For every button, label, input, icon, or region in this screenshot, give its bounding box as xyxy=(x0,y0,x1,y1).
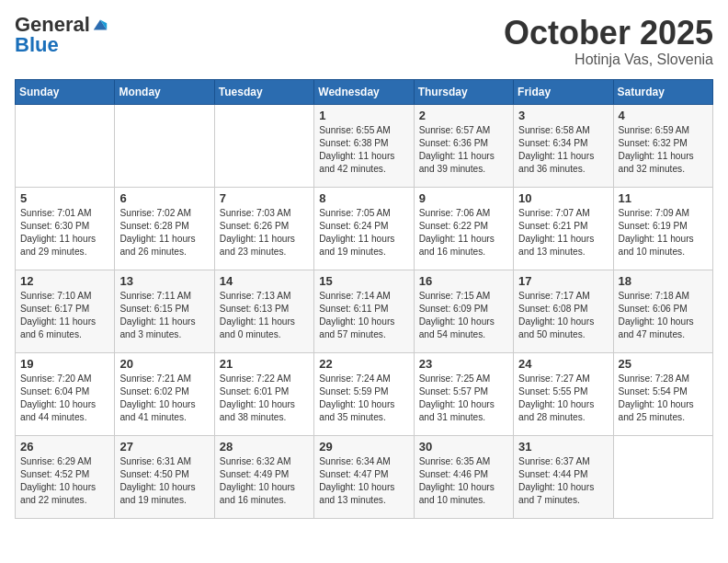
day-number: 11 xyxy=(619,191,708,205)
day-number: 10 xyxy=(518,191,608,205)
calendar-table: SundayMondayTuesdayWednesdayThursdayFrid… xyxy=(15,79,713,519)
logo: General Blue xyxy=(15,15,108,55)
day-info: Sunrise: 6:29 AM Sunset: 4:52 PM Dayligh… xyxy=(20,456,96,506)
day-number: 2 xyxy=(419,109,508,122)
day-info: Sunrise: 7:14 AM Sunset: 6:11 PM Dayligh… xyxy=(319,291,394,340)
day-info: Sunrise: 6:35 AM Sunset: 4:46 PM Dayligh… xyxy=(419,456,495,506)
weekday-header-tuesday: Tuesday xyxy=(214,79,313,104)
day-number: 30 xyxy=(419,440,508,454)
page-header: General Blue October 2025 Hotinja Vas, S… xyxy=(15,15,713,68)
calendar-cell: 4Sunrise: 6:59 AM Sunset: 6:32 PM Daylig… xyxy=(613,104,712,187)
calendar-cell: 30Sunrise: 6:35 AM Sunset: 4:46 PM Dayli… xyxy=(414,435,513,518)
day-info: Sunrise: 7:22 AM Sunset: 6:01 PM Dayligh… xyxy=(220,373,295,423)
calendar-cell: 23Sunrise: 7:25 AM Sunset: 5:57 PM Dayli… xyxy=(414,352,513,435)
calendar-cell: 1Sunrise: 6:55 AM Sunset: 6:38 PM Daylig… xyxy=(314,104,414,187)
day-info: Sunrise: 7:02 AM Sunset: 6:28 PM Dayligh… xyxy=(119,208,195,258)
day-info: Sunrise: 7:03 AM Sunset: 6:26 PM Dayligh… xyxy=(220,208,295,258)
calendar-cell xyxy=(115,104,214,187)
day-number: 9 xyxy=(419,191,508,205)
day-info: Sunrise: 7:28 AM Sunset: 5:54 PM Dayligh… xyxy=(619,373,694,423)
calendar-cell: 29Sunrise: 6:34 AM Sunset: 4:47 PM Dayli… xyxy=(314,435,414,518)
day-info: Sunrise: 7:21 AM Sunset: 6:02 PM Dayligh… xyxy=(119,373,195,423)
day-info: Sunrise: 7:15 AM Sunset: 6:09 PM Dayligh… xyxy=(419,291,495,340)
calendar-cell: 25Sunrise: 7:28 AM Sunset: 5:54 PM Dayli… xyxy=(613,352,712,435)
day-info: Sunrise: 6:57 AM Sunset: 6:36 PM Dayligh… xyxy=(419,125,495,175)
calendar-cell xyxy=(16,104,115,187)
day-info: Sunrise: 6:58 AM Sunset: 6:34 PM Dayligh… xyxy=(518,125,594,175)
day-number: 3 xyxy=(518,109,608,122)
calendar-cell: 31Sunrise: 6:37 AM Sunset: 4:44 PM Dayli… xyxy=(514,435,613,518)
day-info: Sunrise: 7:25 AM Sunset: 5:57 PM Dayligh… xyxy=(419,373,495,423)
calendar-cell: 26Sunrise: 6:29 AM Sunset: 4:52 PM Dayli… xyxy=(16,435,115,518)
day-number: 1 xyxy=(319,109,408,122)
calendar-cell: 21Sunrise: 7:22 AM Sunset: 6:01 PM Dayli… xyxy=(214,352,313,435)
calendar-cell: 7Sunrise: 7:03 AM Sunset: 6:26 PM Daylig… xyxy=(214,187,313,270)
day-info: Sunrise: 6:34 AM Sunset: 4:47 PM Dayligh… xyxy=(319,456,394,506)
calendar-cell xyxy=(613,435,712,518)
day-number: 26 xyxy=(20,440,109,454)
logo-blue-text: Blue xyxy=(15,35,59,55)
calendar-week-row: 5Sunrise: 7:01 AM Sunset: 6:30 PM Daylig… xyxy=(16,187,713,270)
weekday-header-thursday: Thursday xyxy=(414,79,513,104)
day-info: Sunrise: 6:55 AM Sunset: 6:38 PM Dayligh… xyxy=(319,125,394,175)
day-number: 22 xyxy=(319,357,408,371)
day-number: 27 xyxy=(119,440,209,454)
day-number: 23 xyxy=(419,357,508,371)
day-info: Sunrise: 7:07 AM Sunset: 6:21 PM Dayligh… xyxy=(518,208,594,258)
logo-general-text: General xyxy=(15,15,90,35)
day-number: 18 xyxy=(619,274,708,288)
weekday-header-monday: Monday xyxy=(115,79,214,104)
calendar-cell: 3Sunrise: 6:58 AM Sunset: 6:34 PM Daylig… xyxy=(514,104,613,187)
day-number: 12 xyxy=(20,274,109,288)
day-info: Sunrise: 7:20 AM Sunset: 6:04 PM Dayligh… xyxy=(20,373,96,423)
day-info: Sunrise: 7:10 AM Sunset: 6:17 PM Dayligh… xyxy=(20,291,96,340)
calendar-cell: 6Sunrise: 7:02 AM Sunset: 6:28 PM Daylig… xyxy=(115,187,214,270)
day-number: 13 xyxy=(119,274,209,288)
day-number: 4 xyxy=(619,109,708,122)
day-number: 8 xyxy=(319,191,408,205)
day-number: 25 xyxy=(619,357,708,371)
day-number: 31 xyxy=(518,440,608,454)
day-info: Sunrise: 7:24 AM Sunset: 5:59 PM Dayligh… xyxy=(319,373,394,423)
calendar-cell: 18Sunrise: 7:18 AM Sunset: 6:06 PM Dayli… xyxy=(613,270,712,352)
calendar-cell: 27Sunrise: 6:31 AM Sunset: 4:50 PM Dayli… xyxy=(115,435,214,518)
logo-icon xyxy=(92,17,108,33)
day-number: 17 xyxy=(518,274,608,288)
day-info: Sunrise: 6:31 AM Sunset: 4:50 PM Dayligh… xyxy=(119,456,195,506)
day-number: 24 xyxy=(518,357,608,371)
day-info: Sunrise: 7:05 AM Sunset: 6:24 PM Dayligh… xyxy=(319,208,394,258)
weekday-header-saturday: Saturday xyxy=(613,79,712,104)
weekday-header-sunday: Sunday xyxy=(16,79,115,104)
weekday-header-wednesday: Wednesday xyxy=(314,79,414,104)
calendar-cell: 9Sunrise: 7:06 AM Sunset: 6:22 PM Daylig… xyxy=(414,187,513,270)
day-info: Sunrise: 7:18 AM Sunset: 6:06 PM Dayligh… xyxy=(619,291,694,340)
day-info: Sunrise: 7:11 AM Sunset: 6:15 PM Dayligh… xyxy=(119,291,195,340)
day-number: 7 xyxy=(220,191,309,205)
calendar-cell: 19Sunrise: 7:20 AM Sunset: 6:04 PM Dayli… xyxy=(16,352,115,435)
calendar-cell: 22Sunrise: 7:24 AM Sunset: 5:59 PM Dayli… xyxy=(314,352,414,435)
day-number: 20 xyxy=(119,357,209,371)
calendar-week-row: 1Sunrise: 6:55 AM Sunset: 6:38 PM Daylig… xyxy=(16,104,713,187)
day-number: 14 xyxy=(220,274,309,288)
day-info: Sunrise: 7:17 AM Sunset: 6:08 PM Dayligh… xyxy=(518,291,594,340)
day-number: 28 xyxy=(220,440,309,454)
day-info: Sunrise: 7:27 AM Sunset: 5:55 PM Dayligh… xyxy=(518,373,594,423)
day-info: Sunrise: 6:32 AM Sunset: 4:49 PM Dayligh… xyxy=(220,456,295,506)
day-info: Sunrise: 6:37 AM Sunset: 4:44 PM Dayligh… xyxy=(518,456,594,506)
calendar-cell: 16Sunrise: 7:15 AM Sunset: 6:09 PM Dayli… xyxy=(414,270,513,352)
weekday-header-friday: Friday xyxy=(514,79,613,104)
calendar-week-row: 26Sunrise: 6:29 AM Sunset: 4:52 PM Dayli… xyxy=(16,435,713,518)
month-title: October 2025 xyxy=(504,15,713,52)
day-info: Sunrise: 7:13 AM Sunset: 6:13 PM Dayligh… xyxy=(220,291,295,340)
calendar-cell: 8Sunrise: 7:05 AM Sunset: 6:24 PM Daylig… xyxy=(314,187,414,270)
calendar-cell xyxy=(214,104,313,187)
calendar-cell: 24Sunrise: 7:27 AM Sunset: 5:55 PM Dayli… xyxy=(514,352,613,435)
calendar-cell: 13Sunrise: 7:11 AM Sunset: 6:15 PM Dayli… xyxy=(115,270,214,352)
calendar-cell: 20Sunrise: 7:21 AM Sunset: 6:02 PM Dayli… xyxy=(115,352,214,435)
day-info: Sunrise: 7:01 AM Sunset: 6:30 PM Dayligh… xyxy=(20,208,96,258)
calendar-cell: 2Sunrise: 6:57 AM Sunset: 6:36 PM Daylig… xyxy=(414,104,513,187)
calendar-week-row: 12Sunrise: 7:10 AM Sunset: 6:17 PM Dayli… xyxy=(16,270,713,352)
day-number: 5 xyxy=(20,191,109,205)
calendar-week-row: 19Sunrise: 7:20 AM Sunset: 6:04 PM Dayli… xyxy=(16,352,713,435)
title-block: October 2025 Hotinja Vas, Slovenia xyxy=(504,15,713,68)
